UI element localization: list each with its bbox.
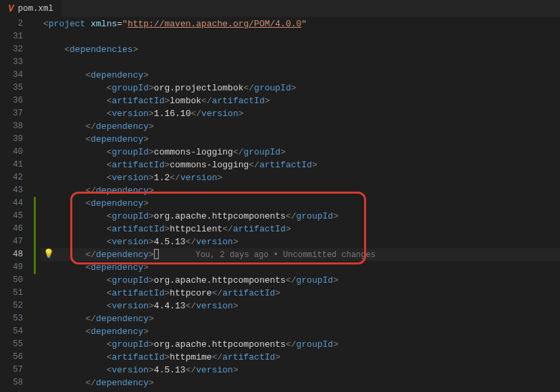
line-number: 49 [0, 261, 23, 274]
code-line[interactable] [43, 30, 560, 43]
code-line[interactable]: <dependency> [43, 69, 560, 82]
line-number: 40 [0, 146, 23, 159]
code-line[interactable]: <artifactId>lombok</artifactId> [43, 94, 560, 107]
tab-title: pom.xml [18, 4, 53, 13]
code-line[interactable]: <project xmlns="http://maven.apache.org/… [43, 18, 560, 30]
line-number: 36 [0, 94, 23, 107]
line-number: 39 [0, 133, 23, 146]
code-line[interactable]: <groupId>org.apache.httpcomponents</grou… [43, 338, 560, 351]
code-line[interactable]: <dependency> [43, 261, 560, 274]
git-added-marker [34, 197, 36, 274]
code-line[interactable]: <version>1.2</version> [43, 171, 560, 184]
line-number: 55 [0, 338, 23, 351]
text-cursor [154, 249, 159, 259]
code-line[interactable]: <groupId>commons-logging</groupId> [43, 146, 560, 159]
line-number: 41 [0, 159, 23, 171]
line-number: 47 [0, 235, 23, 248]
editor: 2 31 32 33 34 35 36 37 38 39 40 41 42 43… [0, 18, 560, 392]
line-number: 31 [0, 30, 23, 43]
editor-tab[interactable]: V pom.xml [0, 0, 61, 18]
line-number: 45 [0, 210, 23, 223]
code-line[interactable]: <groupId>org.apache.httpcomponents</grou… [43, 274, 560, 287]
code-line[interactable]: </dependency> [43, 120, 560, 133]
code-line[interactable]: </dependency> [43, 184, 560, 197]
line-number: 54 [0, 325, 23, 338]
line-number-gutter: 2 31 32 33 34 35 36 37 38 39 40 41 42 43… [0, 18, 34, 392]
line-number: 44 [0, 197, 23, 210]
maven-icon: V [8, 3, 14, 14]
code-line[interactable]: <artifactId>httpclient</artifactId> [43, 223, 560, 235]
code-line[interactable]: <dependencies> [43, 43, 560, 56]
code-line[interactable]: <version>4.5.13</version> [43, 364, 560, 376]
line-number: 46 [0, 223, 23, 235]
code-line[interactable]: <artifactId>commons-logging</artifactId> [43, 159, 560, 171]
line-number: 32 [0, 43, 23, 56]
code-line[interactable]: </dependency> [43, 376, 560, 389]
code-line[interactable]: <dependency> [43, 133, 560, 146]
code-line[interactable]: <version>4.5.13</version> [43, 235, 560, 248]
code-area[interactable]: <project xmlns="http://maven.apache.org/… [41, 18, 560, 392]
line-number: 58 [0, 376, 23, 389]
code-line[interactable]: <artifactId>httpmime</artifactId> [43, 351, 560, 364]
line-number: 56 [0, 351, 23, 364]
line-number: 37 [0, 107, 23, 120]
code-line[interactable]: <groupId>org.projectlombok</groupId> [43, 82, 560, 94]
line-number: 51 [0, 287, 23, 300]
line-number: 42 [0, 171, 23, 184]
code-line[interactable]: <version>1.16.10</version> [43, 107, 560, 120]
tab-bar: V pom.xml [0, 0, 560, 18]
line-number: 35 [0, 82, 23, 94]
code-line[interactable]: <groupId>org.apache.httpcomponents</grou… [43, 210, 560, 223]
line-number: 53 [0, 312, 23, 325]
line-number: 57 [0, 364, 23, 376]
line-number: 43 [0, 184, 23, 197]
code-line[interactable]: <dependency> [43, 197, 560, 210]
line-number: 50 [0, 274, 23, 287]
code-line[interactable]: <version>4.4.13</version> [43, 300, 560, 312]
line-number: 34 [0, 69, 23, 82]
code-line[interactable]: <dependency> [43, 325, 560, 338]
line-number: 33 [0, 56, 23, 69]
code-line[interactable] [43, 56, 560, 69]
code-line[interactable]: <artifactId>httpcore</artifactId> [43, 287, 560, 300]
line-number: 52 [0, 300, 23, 312]
line-number: 48 [0, 248, 23, 261]
code-line[interactable]: </dependency> [43, 312, 560, 325]
line-number: 2 [0, 18, 23, 30]
code-line[interactable]: </dependency> You, 2 days ago • Uncommit… [43, 248, 560, 261]
line-number: 38 [0, 120, 23, 133]
git-blame-lens[interactable]: You, 2 days ago • Uncommitted changes [195, 250, 375, 260]
margin-decoration: 💡 [34, 18, 41, 392]
